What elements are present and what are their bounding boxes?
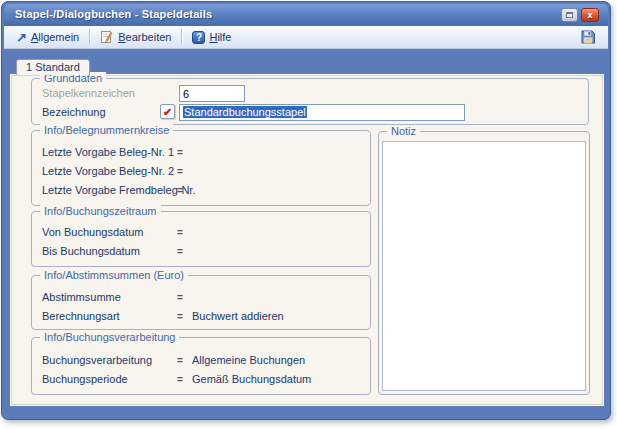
tab-label: 1 Standard <box>26 61 80 73</box>
toolbar-item-allgemein[interactable]: ↗ Allgemein <box>10 29 85 46</box>
toolbar-item-bearbeiten[interactable]: Bearbeiten <box>94 28 177 46</box>
field-row: Stapelkennzeichen <box>32 87 588 100</box>
field-value: Buchwert addieren <box>192 310 284 322</box>
group-title: Info/Buchungszeitraum <box>40 205 161 218</box>
equals-operator: = <box>177 374 183 385</box>
group-abstimmsummen: Info/Abstimmsummen (Euro) Abstimmsumme =… <box>31 275 371 330</box>
toolbar-item-hilfe[interactable]: ? Hilfe <box>186 29 237 46</box>
notiz-textarea[interactable] <box>382 141 586 391</box>
group-title: Info/Abstimmsummen (Euro) <box>40 269 188 282</box>
content-panel: Grunddaten Stapelkennzeichen Bezeichnung… <box>10 74 604 406</box>
field-value: Gemäß Buchungsdatum <box>192 373 311 385</box>
toolbar-separator <box>181 29 182 45</box>
help-icon: ? <box>192 31 205 44</box>
group-buchungsverarbeitung: Info/Buchungsverarbeitung Buchungsverarb… <box>31 337 371 395</box>
info-row: Von Buchungsdatum = <box>32 226 370 239</box>
group-notiz: Notiz <box>378 131 590 395</box>
info-row: Abstimmsumme = <box>32 291 370 304</box>
field-label: Letzte Vorgabe Fremdbeleg-Nr. <box>42 184 195 196</box>
info-row: Buchungsperiode = Gemäß Buchungsdatum <box>32 373 370 386</box>
group-title: Notiz <box>387 125 420 138</box>
stapelkennzeichen-label: Stapelkennzeichen <box>42 87 135 99</box>
field-label: Buchungsverarbeitung <box>42 354 152 366</box>
confirm-check-icon[interactable]: ✔ <box>160 104 175 119</box>
field-label: Letzte Vorgabe Beleg-Nr. 1 <box>42 146 174 158</box>
arrow-up-right-icon: ↗ <box>16 31 27 44</box>
stapelkennzeichen-input[interactable] <box>179 85 245 102</box>
equals-operator: = <box>177 246 183 257</box>
equals-operator: = <box>177 292 183 303</box>
tab-standard[interactable]: 1 Standard <box>16 59 90 75</box>
field-row: Bezeichnung ✔ Standardbuchungsstapel <box>32 106 588 119</box>
info-row: Letzte Vorgabe Beleg-Nr. 2 = <box>32 165 370 178</box>
dialog-window: Stapel-/Dialogbuchen - Stapeldetails x ↗… <box>1 1 611 420</box>
close-button[interactable]: x <box>581 8 599 22</box>
field-label: Berechnungsart <box>42 310 120 322</box>
field-label: Von Buchungsdatum <box>42 226 144 238</box>
info-row: Letzte Vorgabe Beleg-Nr. 1 = <box>32 146 370 159</box>
info-row: Letzte Vorgabe Fremdbeleg-Nr. = <box>32 184 370 197</box>
group-title: Info/Buchungsverarbeitung <box>40 331 179 344</box>
group-buchungszeitraum: Info/Buchungszeitraum Von Buchungsdatum … <box>31 211 371 267</box>
info-row: Bis Buchungsdatum = <box>32 245 370 258</box>
field-label: Buchungsperiode <box>42 373 128 385</box>
field-value: Allgemeine Buchungen <box>192 354 305 366</box>
equals-operator: = <box>177 355 183 366</box>
window-title: Stapel-/Dialogbuchen - Stapeldetails <box>15 8 212 20</box>
bezeichnung-input[interactable]: Standardbuchungsstapel <box>179 104 465 121</box>
equals-operator: = <box>177 227 183 238</box>
maximize-button[interactable] <box>561 8 578 22</box>
toolbar-separator <box>89 29 90 45</box>
equals-operator: = <box>177 166 183 177</box>
equals-operator: = <box>177 311 183 322</box>
save-button[interactable] <box>574 27 602 47</box>
group-belegnummernkreise: Info/Belegnummernkreise Letzte Vorgabe B… <box>31 130 371 206</box>
toolbar: ↗ Allgemein Bearbeiten ? <box>4 26 608 49</box>
info-row: Berechnungsart = Buchwert addieren <box>32 310 370 323</box>
maximize-icon <box>566 12 573 18</box>
toolbar-label-allgemein: Allgemein <box>31 31 79 43</box>
titlebar: Stapel-/Dialogbuchen - Stapeldetails x <box>4 4 608 26</box>
field-label: Bis Buchungsdatum <box>42 245 140 257</box>
equals-operator: = <box>177 147 183 158</box>
bezeichnung-label: Bezeichnung <box>42 106 106 118</box>
edit-icon <box>100 30 114 44</box>
screenshot-stage: Stapel-/Dialogbuchen - Stapeldetails x ↗… <box>0 0 617 429</box>
selected-text: Standardbuchungsstapel <box>183 106 307 118</box>
save-icon <box>580 29 596 45</box>
toolbar-label-bearbeiten: Bearbeiten <box>118 31 171 43</box>
group-title: Info/Belegnummernkreise <box>40 124 173 137</box>
field-label: Letzte Vorgabe Beleg-Nr. 2 <box>42 165 174 177</box>
group-grunddaten: Grunddaten Stapelkennzeichen Bezeichnung… <box>31 78 589 125</box>
info-row: Buchungsverarbeitung = Allgemeine Buchun… <box>32 354 370 367</box>
equals-operator: = <box>177 185 183 196</box>
toolbar-label-hilfe: Hilfe <box>209 31 231 43</box>
field-label: Abstimmsumme <box>42 291 121 303</box>
